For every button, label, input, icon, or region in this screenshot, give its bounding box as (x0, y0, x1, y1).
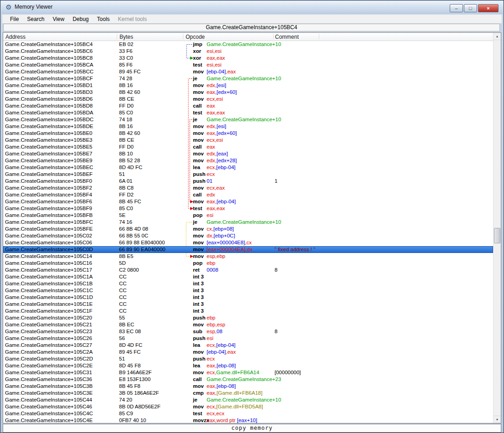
disasm-row[interactable]: Game.CreateGameInstance+105C278D 4D FCle… (3, 342, 493, 349)
disasm-row[interactable]: Game.CreateGameInstance+105C1FCCint 3 (3, 308, 493, 314)
disasm-row[interactable]: Game.CreateGameInstance+105C4C85 C9teste… (3, 410, 493, 417)
disasm-row[interactable]: Game.CreateGameInstance+105C1DCCint 3 (3, 294, 493, 301)
disasm-row[interactable]: Game.CreateGameInstance+105C0666 89 88 E… (3, 239, 493, 246)
disasm-row[interactable]: Game.CreateGameInstance+105BDA85 C0teste… (3, 109, 493, 116)
disasm-row[interactable]: Game.CreateGameInstance+105C148B E5moves… (3, 253, 493, 260)
disasm-row[interactable]: Game.CreateGameInstance+105C1BCCint 3 (3, 280, 493, 287)
disasm-row[interactable]: Game.CreateGameInstance+105BCC89 45 FCmo… (3, 68, 493, 75)
disasm-row[interactable]: Game.CreateGameInstance+105BF68B 45 FCmo… (3, 198, 493, 205)
disasm-row[interactable]: Game.CreateGameInstance+105BFC74 16jeGam… (3, 219, 493, 226)
disasm-row[interactable]: Game.CreateGameInstance+105BF985 C0teste… (3, 205, 493, 212)
disasm-row[interactable]: Game.CreateGameInstance+105C0266 8B 55 0… (3, 232, 493, 239)
disasm-row[interactable]: Game.CreateGameInstance+105C1ECCint 3 (3, 301, 493, 308)
disasm-row[interactable]: Game.CreateGameInstance+105BD8FF D0calle… (3, 103, 493, 109)
opcode-cell: int 3 (193, 294, 204, 301)
disasm-row[interactable]: Game.CreateGameInstance+105BFB5Epopesi (3, 212, 493, 219)
scroll-up-button[interactable]: ▲ (494, 33, 501, 40)
disasm-row[interactable]: Game.CreateGameInstance+105C2055pushebp (3, 314, 493, 321)
disasm-row[interactable]: Game.CreateGameInstance+105BF4FF D2calle… (3, 191, 493, 198)
disasm-row[interactable]: Game.CreateGameInstance+105BE98B 52 28mo… (3, 157, 493, 164)
opcode-cell: push (193, 178, 205, 185)
disasm-row[interactable]: Game.CreateGameInstance+105C1CCCint 3 (3, 287, 493, 294)
address-cell: Game.CreateGameInstance+105BFC (5, 219, 117, 226)
address-cell: Game.CreateGameInstance+105BDC (5, 116, 117, 123)
column-header-address[interactable]: Address (5, 34, 26, 40)
disasm-row[interactable]: Game.CreateGameInstance+105BE5FF D0calle… (3, 144, 493, 150)
operand-segment: [ebp-04] (217, 199, 236, 204)
minimize-button[interactable]: – (450, 4, 463, 12)
opcode-cell: mov (193, 349, 204, 356)
disasm-row[interactable]: Game.CreateGameInstance+105BFE66 8B 4D 0… (3, 226, 493, 232)
disasm-row[interactable]: Game.CreateGameInstance+105BEC8D 4D FCle… (3, 164, 493, 171)
operand-segment: eax, (207, 130, 217, 136)
opcode-cell: ret (193, 267, 200, 273)
opcode-cell: mov (193, 96, 204, 103)
disasm-row[interactable]: Game.CreateGameInstance+105BC4EB 02jmpGa… (3, 41, 493, 48)
disasm-row[interactable]: Game.CreateGameInstance+105C4474 20jeGam… (3, 397, 493, 403)
operands-cell: Game.CreateGameInstance+10 (207, 41, 281, 48)
opcode-cell: mov (193, 226, 204, 232)
disasm-row[interactable]: Game.CreateGameInstance+105C3E3B 05 186A… (3, 390, 493, 397)
disasm-row[interactable]: Game.CreateGameInstance+105BD68B CEmovec… (3, 96, 493, 103)
disasm-row[interactable]: Game.CreateGameInstance+105BCF74 28jeGam… (3, 75, 493, 82)
scroll-down-button[interactable]: ▼ (494, 416, 501, 423)
disasm-row[interactable]: Game.CreateGameInstance+105C2656pushesi (3, 335, 493, 342)
disasm-row[interactable]: Game.CreateGameInstance+105BCA85 F6teste… (3, 62, 493, 68)
operand-segment: Game.CreateGameInstance+10 (207, 397, 281, 402)
disasm-row-selected[interactable]: Game.CreateGameInstance+105C0D66 89 90 E… (3, 246, 493, 253)
disasm-row[interactable]: Game.CreateGameInstance+105C468B 0D A8D5… (3, 403, 493, 410)
menu-kernel-tools[interactable]: Kernel tools (114, 15, 151, 23)
address-cell: Game.CreateGameInstance+105BE9 (5, 157, 117, 164)
disasm-row[interactable]: Game.CreateGameInstance+105BD18B 16moved… (3, 82, 493, 89)
address-cell: Game.CreateGameInstance+105BD1 (5, 82, 117, 89)
menu-file[interactable]: File (6, 15, 23, 23)
address-cell: Game.CreateGameInstance+105C46 (5, 403, 117, 410)
column-header-opcode[interactable]: Opcode (186, 34, 205, 40)
disasm-row[interactable]: Game.CreateGameInstance+105BE38B CEmovec… (3, 137, 493, 144)
operands-cell: ebp (207, 314, 215, 321)
menu-search[interactable]: Search (23, 15, 48, 23)
disasm-row[interactable]: Game.CreateGameInstance+105C2A89 45 FCmo… (3, 349, 493, 356)
scrollbar-thumb[interactable] (494, 228, 500, 243)
bytes-cell: 8B 45 FC (119, 198, 183, 205)
disasm-row[interactable]: Game.CreateGameInstance+105BE08B 42 60mo… (3, 130, 493, 137)
disasm-row[interactable]: Game.CreateGameInstance+105C2D51pushecx (3, 356, 493, 362)
status-text: copy memory (231, 425, 272, 431)
bytes-cell: 8D 4D FC (119, 164, 183, 171)
disasm-row[interactable]: Game.CreateGameInstance+105C165Dpopebp (3, 260, 493, 267)
address-bar[interactable]: Game.CreateGameInstance+105BC4 (3, 24, 500, 31)
disasm-row[interactable]: Game.CreateGameInstance+105BDC74 18jeGam… (3, 116, 493, 123)
close-button[interactable]: × (478, 4, 499, 12)
menu-view[interactable]: View (48, 15, 68, 23)
disasm-row[interactable]: Game.CreateGameInstance+105C3B8B 45 F8mo… (3, 383, 493, 390)
disasm-row[interactable]: Game.CreateGameInstance+105BC633 F6xores… (3, 48, 493, 55)
disasm-row[interactable]: Game.CreateGameInstance+105BC833 C0xorea… (3, 55, 493, 62)
disasm-row[interactable]: Game.CreateGameInstance+105BEF51pushecx (3, 171, 493, 178)
disasm-row[interactable]: Game.CreateGameInstance+105BD38B 42 60mo… (3, 89, 493, 96)
disasm-row[interactable]: Game.CreateGameInstance+105C17C2 0800ret… (3, 267, 493, 273)
disasm-row[interactable]: Game.CreateGameInstance+105BE78B 10moved… (3, 150, 493, 157)
memory-viewer-window: ⚙ Memory Viewer – □ × FileSearchViewDebu… (0, 0, 504, 433)
operand-segment: Game.CreateGameInstance+10 (207, 117, 281, 122)
disasm-row[interactable]: Game.CreateGameInstance+105C218B ECmoveb… (3, 321, 493, 328)
menu-debug[interactable]: Debug (68, 15, 93, 23)
operands-cell: ecx,esi (207, 137, 223, 144)
vertical-scrollbar[interactable]: ▲ ▼ (493, 33, 501, 423)
opcode-cell: test (193, 62, 202, 68)
title-bar[interactable]: ⚙ Memory Viewer – □ × (1, 1, 503, 14)
disasm-row[interactable]: Game.CreateGameInstance+105BDE8B 16moved… (3, 123, 493, 130)
maximize-button[interactable]: □ (464, 4, 477, 12)
disasm-row[interactable]: Game.CreateGameInstance+105C36E8 153F130… (3, 376, 493, 383)
disasm-row[interactable]: Game.CreateGameInstance+105BF28B C8movec… (3, 185, 493, 191)
disasm-row[interactable]: Game.CreateGameInstance+105C2383 EC 08su… (3, 328, 493, 335)
menu-tools[interactable]: Tools (93, 15, 114, 23)
disasm-row[interactable]: Game.CreateGameInstance+105C2E8D 45 F8le… (3, 362, 493, 369)
disasm-row[interactable]: Game.CreateGameInstance+105BF06A 01push0… (3, 178, 493, 185)
operands-cell: eax (207, 103, 215, 109)
disasm-row[interactable]: Game.CreateGameInstance+105C1ACCint 3 (3, 273, 493, 280)
disasm-row[interactable]: Game.CreateGameInstance+105C4E0FB7 40 10… (3, 417, 493, 423)
column-header-bytes[interactable]: Bytes (120, 34, 133, 40)
disasm-row[interactable]: Game.CreateGameInstance+105C31B9 146A6E2… (3, 369, 493, 376)
column-header-comment[interactable]: Comment (275, 34, 299, 40)
operand-segment: eax (207, 103, 215, 108)
